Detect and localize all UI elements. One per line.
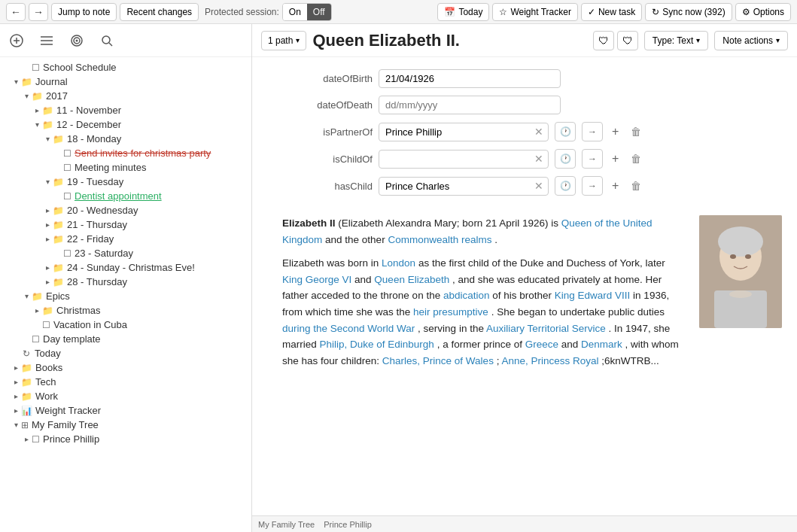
options-button[interactable]: ⚙ Options: [735, 3, 791, 21]
note-actions-button[interactable]: Note actions ▾: [714, 31, 788, 50]
recent-changes-button[interactable]: Recent changes: [120, 3, 199, 21]
content-area: 1 path ▾ Queen Elizabeth II. 🛡 🛡 Type: T…: [252, 24, 797, 532]
sidebar-item-thursday21[interactable]: ▸ 📁 21 - Thursday: [0, 217, 251, 232]
shield-alt-button[interactable]: 🛡: [617, 31, 638, 50]
has-child-input[interactable]: [379, 178, 530, 195]
field-label: isChildOf: [282, 154, 373, 165]
sidebar-item-saturday[interactable]: ☐ 23 - Saturday: [0, 246, 251, 260]
field-is-partner-of: isPartnerOf ✕ 🕐 → + 🗑: [282, 122, 782, 141]
jump-to-note-button[interactable]: Jump to note: [51, 3, 117, 21]
sidebar-item-label: 28 - Thursday: [67, 276, 127, 287]
add-note-button[interactable]: [6, 30, 27, 51]
delete-field-button[interactable]: 🗑: [628, 153, 644, 165]
sidebar-item-today[interactable]: ↻ Today: [0, 346, 251, 360]
sidebar-item-journal[interactable]: ▾ 📁 Journal: [0, 74, 251, 89]
sidebar-item-work[interactable]: ▸ 📁 Work: [0, 389, 251, 403]
article-area: Elizabeth II (Elizabeth Alexandra Mary; …: [252, 209, 797, 515]
folder-icon: 📁: [42, 105, 53, 116]
sidebar-item-meeting-minutes[interactable]: ☐ Meeting minutes: [0, 160, 251, 175]
delete-field-button[interactable]: 🗑: [628, 180, 644, 192]
article-link-queen-elizabeth[interactable]: Queen Elizabeth: [374, 274, 449, 285]
protected-toggle[interactable]: On Off: [282, 3, 332, 21]
history-button[interactable]: 🕐: [555, 122, 576, 141]
goto-button[interactable]: →: [582, 176, 603, 196]
sidebar-item-books[interactable]: ▸ 📁 Books: [0, 360, 251, 375]
note-icon: ☐: [63, 248, 71, 259]
sidebar-item-tech[interactable]: ▸ 📁 Tech: [0, 375, 251, 389]
article-link-king-edward[interactable]: King Edward VIII: [555, 290, 631, 301]
article-link-philip[interactable]: Philip, Duke of Edinburgh: [320, 339, 434, 350]
sidebar-item-label: Today: [35, 348, 61, 359]
sidebar-item-christmas[interactable]: ▸ 📁 Christmas: [0, 303, 251, 318]
sidebar-item-friday[interactable]: ▸ 📁 22 - Friday: [0, 232, 251, 246]
content-header: 1 path ▾ Queen Elizabeth II. 🛡 🛡 Type: T…: [252, 24, 797, 57]
weight-tracker-button[interactable]: ☆ Weight Tracker: [492, 3, 577, 21]
add-relation-button[interactable]: +: [609, 125, 622, 138]
sidebar-item-school-schedule[interactable]: ☐ School Schedule: [0, 60, 251, 74]
folder-icon: 📁: [53, 205, 64, 216]
svg-point-17: [745, 254, 751, 259]
article-link-anne[interactable]: Anne, Princess Royal: [501, 355, 598, 366]
path-button[interactable]: 1 path ▾: [261, 31, 306, 50]
sidebar-item-november[interactable]: ▸ 📁 11 - November: [0, 103, 251, 117]
date-of-death-input[interactable]: [379, 96, 560, 114]
field-label: dateOfBirth: [282, 73, 373, 84]
add-relation-button[interactable]: +: [609, 152, 622, 166]
nav-forward-button[interactable]: →: [29, 3, 48, 21]
menu-button[interactable]: [36, 30, 57, 51]
shield-button[interactable]: 🛡: [593, 31, 614, 50]
article-link-greece[interactable]: Greece: [525, 339, 558, 350]
add-relation-button[interactable]: +: [609, 179, 622, 193]
sidebar-item-monday[interactable]: ▾ 📁 18 - Monday: [0, 132, 251, 146]
arrow-icon: ▸: [32, 105, 42, 116]
goto-button[interactable]: →: [582, 122, 603, 141]
new-task-button[interactable]: ✓ New task: [581, 3, 642, 21]
sidebar-item-label: 19 - Tuesday: [67, 176, 123, 187]
sidebar-item-wednesday[interactable]: ▸ 📁 20 - Wednesday: [0, 203, 251, 217]
sidebar-item-day-template[interactable]: ☐ Day template: [0, 332, 251, 346]
sidebar-item-weight-tracker[interactable]: ▸ 📊 Weight Tracker: [0, 403, 251, 418]
sidebar-item-prince-phillip[interactable]: ▸ ☐ Prince Phillip: [0, 432, 251, 446]
sidebar-item-dentist[interactable]: ☐ Dentist appointment: [0, 189, 251, 203]
is-child-of-input[interactable]: [379, 150, 530, 168]
history-button[interactable]: 🕐: [555, 176, 576, 196]
delete-field-button[interactable]: 🗑: [628, 126, 644, 138]
arrow-icon: ▸: [11, 363, 21, 373]
article-link-king-george[interactable]: King George VI: [282, 274, 351, 285]
history-button[interactable]: 🕐: [555, 149, 576, 169]
clear-button[interactable]: ✕: [530, 180, 548, 192]
article-link-commonwealth[interactable]: Commonwealth realms: [388, 234, 491, 245]
check-icon: ✓: [588, 7, 595, 17]
toggle-off-btn[interactable]: Off: [307, 4, 331, 20]
article-link-ats[interactable]: Auxiliary Territorial Service: [486, 323, 606, 334]
sidebar-item-december[interactable]: ▾ 📁 12 - December: [0, 117, 251, 132]
clear-button[interactable]: ✕: [530, 153, 548, 165]
goto-button[interactable]: →: [582, 149, 603, 169]
field-date-of-birth: dateOfBirth: [282, 69, 782, 88]
toggle-on-btn[interactable]: On: [283, 4, 307, 20]
is-partner-of-input[interactable]: [379, 123, 530, 141]
sidebar-item-my-family-tree[interactable]: ▾ ⊞ My Family Tree: [0, 418, 251, 432]
today-button[interactable]: 📅 Today: [437, 3, 489, 21]
article-link-charles[interactable]: Charles, Prince of Wales: [382, 355, 494, 366]
sidebar-item-label: Day template: [43, 333, 101, 345]
search-button[interactable]: [96, 30, 117, 51]
sidebar-item-send-invites[interactable]: ☐ Send invites for christmas party: [0, 146, 251, 160]
sync-now-button[interactable]: ↻ Sync now (392): [645, 3, 732, 21]
date-of-birth-input[interactable]: [379, 70, 560, 87]
nav-back-button[interactable]: ←: [6, 3, 26, 21]
clear-button[interactable]: ✕: [530, 126, 548, 138]
article-link-ww2[interactable]: during the Second World War: [282, 323, 415, 334]
type-button[interactable]: Type: Text ▾: [644, 31, 708, 50]
sidebar-item-epics[interactable]: ▾ 📁 Epics: [0, 289, 251, 303]
sidebar-item-vacation-cuba[interactable]: ☐ Vacation in Cuba: [0, 318, 251, 332]
sidebar-item-2017[interactable]: ▾ 📁 2017: [0, 89, 251, 103]
article-link-abdication[interactable]: abdication: [443, 290, 490, 301]
sidebar-item-thursday28[interactable]: ▸ 📁 28 - Thursday: [0, 275, 251, 289]
article-link-london[interactable]: London: [382, 257, 415, 269]
target-button[interactable]: [66, 30, 87, 51]
article-link-denmark[interactable]: Denmark: [581, 339, 622, 350]
article-link-heir[interactable]: heir presumptive: [413, 306, 488, 318]
sidebar-item-tuesday[interactable]: ▾ 📁 19 - Tuesday: [0, 175, 251, 189]
sidebar-item-christmas-eve[interactable]: ▸ 📁 24 - Sunday - Christmas Eve!: [0, 260, 251, 275]
